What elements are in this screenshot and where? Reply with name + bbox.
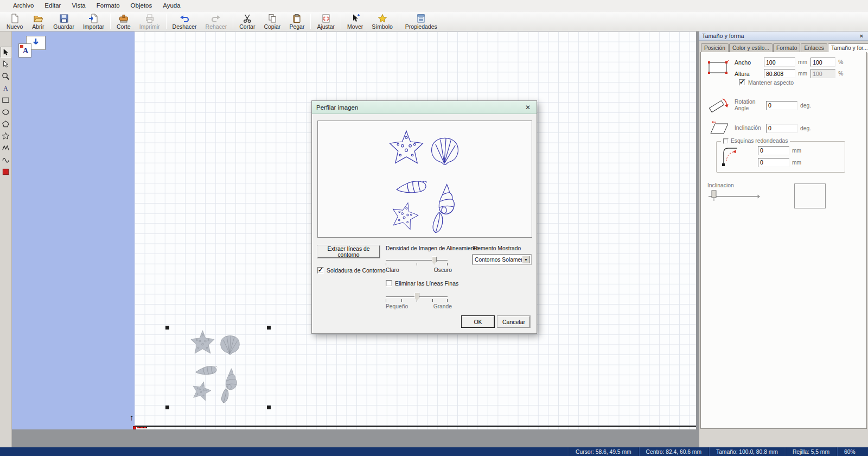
extract-contour-button[interactable]: Extraer líneas de contorno xyxy=(317,245,380,258)
tool-select[interactable] xyxy=(1,47,11,58)
dialog-titlebar[interactable]: Perfilar imagen xyxy=(312,101,537,114)
tool-color-swatch[interactable] xyxy=(1,166,11,177)
weld-contour-checkbox[interactable] xyxy=(317,267,324,274)
toolbar: Nuevo Abrir Guardar Importar Corte Impri… xyxy=(0,11,868,31)
copy-button[interactable]: Copiar xyxy=(259,12,285,30)
move-button[interactable]: Mover xyxy=(343,12,367,30)
rotation-input[interactable] xyxy=(766,101,797,110)
slant-label: Inclinacion xyxy=(707,182,771,188)
page-margin-area[interactable] xyxy=(12,31,135,429)
menu-archivo[interactable]: Archivo xyxy=(8,2,39,9)
save-button[interactable]: Guardar xyxy=(49,12,79,30)
selection-handle-bottom-left[interactable] xyxy=(165,406,169,409)
tool-polygon[interactable] xyxy=(1,118,11,129)
width-label: Ancho xyxy=(735,59,764,66)
tool-curve[interactable] xyxy=(1,154,11,165)
cancel-button[interactable]: Cancelar xyxy=(497,316,530,327)
dialog-title: Perfilar imagen xyxy=(316,104,524,111)
density-slider-thumb[interactable] xyxy=(432,256,437,264)
status-center: Centro: 82.4, 60.6 mm xyxy=(639,447,709,456)
origin-marker[interactable] xyxy=(133,426,136,429)
pentagon-icon xyxy=(2,120,10,128)
text-marker-icon xyxy=(18,43,31,58)
height-pct-unit: % xyxy=(838,71,843,77)
menu-vista[interactable]: Vista xyxy=(66,2,91,9)
keep-aspect-checkbox[interactable] xyxy=(739,79,745,86)
tool-star[interactable] xyxy=(1,130,11,141)
wave-icon xyxy=(2,156,10,164)
panel-tabs: Posición Color y estilo... Formato Enlac… xyxy=(699,41,868,52)
tool-ellipse[interactable] xyxy=(1,106,11,117)
tab-color-estilo[interactable]: Color y estilo... xyxy=(729,43,773,52)
undo-button[interactable]: Deshacer xyxy=(168,12,201,30)
properties-icon xyxy=(416,14,426,23)
corner-radius2-input[interactable] xyxy=(758,158,789,167)
corner-radius2-unit: mm xyxy=(792,160,801,166)
print-button[interactable]: Imprimir xyxy=(135,12,164,30)
remove-thin-lines-checkbox[interactable] xyxy=(386,280,392,287)
toolbar-separator xyxy=(166,14,167,29)
tab-tamano-forma[interactable]: Tamaño y for... xyxy=(828,43,868,53)
element-shown-select[interactable]: Contornos Solamente xyxy=(473,255,531,264)
tool-rectangle[interactable] xyxy=(1,94,11,105)
svg-text:A: A xyxy=(3,84,8,92)
tab-formato[interactable]: Formato xyxy=(773,43,800,52)
size-slider[interactable] xyxy=(386,293,448,302)
new-document-icon xyxy=(10,14,20,23)
tool-palette: A xyxy=(0,31,12,447)
new-button[interactable]: Nuevo xyxy=(2,12,27,30)
rounded-corners-group: Esquinas redondeadas mm xyxy=(716,141,845,173)
menu-objetos[interactable]: Objetos xyxy=(125,2,158,9)
panel-close-icon[interactable] xyxy=(858,33,865,40)
height-mm-input[interactable] xyxy=(764,69,795,78)
redo-arrow-icon xyxy=(211,14,221,23)
tab-posicion[interactable]: Posición xyxy=(701,43,729,52)
selection-handle-top-right[interactable] xyxy=(267,326,271,330)
slant-slider[interactable] xyxy=(706,188,771,202)
fit-page-icon xyxy=(321,14,331,23)
import-button[interactable]: Importar xyxy=(79,12,108,30)
dialog-body: Extraer líneas de contorno Soldadura de … xyxy=(312,114,537,334)
fit-button[interactable]: Ajustar xyxy=(312,12,339,30)
size-slider-thumb[interactable] xyxy=(414,293,419,301)
menu-ayuda[interactable]: Ayuda xyxy=(157,2,186,9)
width-mm-input[interactable] xyxy=(764,58,795,67)
redo-button[interactable]: Rehacer xyxy=(201,12,232,30)
keep-aspect-label: Mantener aspecto xyxy=(748,79,794,86)
tool-text[interactable]: A xyxy=(1,83,11,93)
menu-formato[interactable]: Formato xyxy=(91,2,125,9)
cut-plot-button[interactable]: Corte xyxy=(112,12,135,30)
status-bar: Cursor: 58.6, 49.5 mm Centro: 82.4, 60.6… xyxy=(0,447,868,456)
density-slider[interactable] xyxy=(386,256,448,266)
selection-handle-top-left[interactable] xyxy=(165,326,169,330)
size-rect-icon xyxy=(706,58,735,78)
selected-image[interactable] xyxy=(184,325,247,407)
properties-button[interactable]: Propiedades xyxy=(401,12,442,30)
tab-enlaces[interactable]: Enlaces xyxy=(801,43,827,52)
status-grid: Rejilla: 5,5 mm xyxy=(785,447,837,456)
cut-button[interactable]: Cortar xyxy=(235,12,259,30)
star-shape-icon xyxy=(2,132,10,140)
width-pct-input[interactable] xyxy=(810,58,835,67)
ok-button[interactable]: OK xyxy=(462,316,494,327)
tool-polyline[interactable] xyxy=(1,142,11,153)
skew-input[interactable] xyxy=(766,124,797,133)
tool-direct-select[interactable] xyxy=(1,59,11,69)
corner-radius1-input[interactable] xyxy=(758,146,789,155)
height-pct-input[interactable] xyxy=(810,69,835,78)
weld-contour-label: Soldadura de Contorno xyxy=(327,267,386,274)
chevron-down-icon[interactable] xyxy=(522,256,530,263)
tool-zoom[interactable] xyxy=(1,71,11,81)
paste-button[interactable]: Pegar xyxy=(285,12,309,30)
dialog-close-icon[interactable] xyxy=(524,103,532,112)
ellipse-icon xyxy=(2,108,10,116)
rounded-corners-checkbox[interactable] xyxy=(723,138,729,144)
menu-editar[interactable]: Editar xyxy=(39,2,66,9)
open-button[interactable]: Abrir xyxy=(27,12,49,30)
selection-handle-bottom-right[interactable] xyxy=(267,406,271,409)
undo-arrow-icon xyxy=(180,14,189,23)
symbol-button[interactable]: Símbolo xyxy=(367,12,397,30)
toolbar-separator xyxy=(341,14,341,29)
outline-image-dialog: Perfilar imagen Extraer líneas de contor… xyxy=(311,100,537,334)
canvas-corner-widget xyxy=(17,35,50,59)
